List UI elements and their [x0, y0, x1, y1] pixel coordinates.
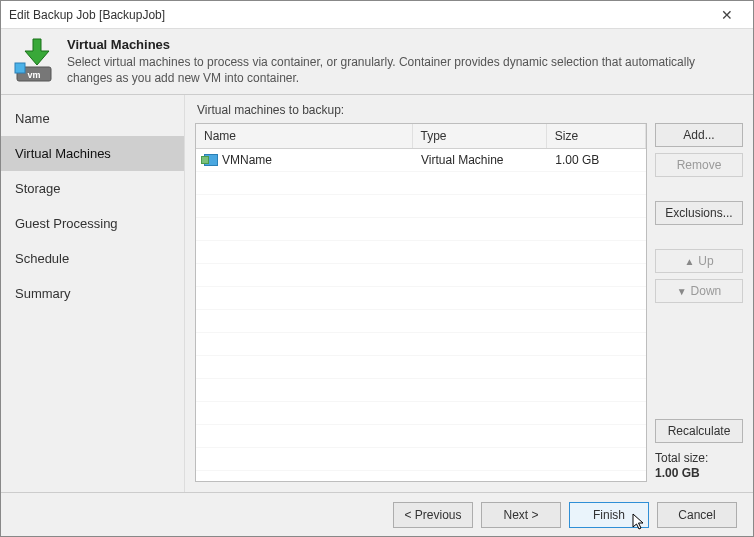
nav-step-name[interactable]: Name — [1, 101, 184, 136]
exclusions-button[interactable]: Exclusions... — [655, 201, 743, 225]
nav-step-storage[interactable]: Storage — [1, 171, 184, 206]
vm-icon — [204, 154, 218, 166]
move-down-button[interactable]: ▼ Down — [655, 279, 743, 303]
list-label: Virtual machines to backup: — [197, 103, 743, 117]
next-button[interactable]: Next > — [481, 502, 561, 528]
close-icon[interactable]: ✕ — [709, 7, 745, 23]
wizard-header: vm Virtual Machines Select virtual machi… — [1, 29, 753, 95]
table-row[interactable]: VMName Virtual Machine 1.00 GB — [196, 149, 646, 171]
nav-step-virtual-machines[interactable]: Virtual Machines — [1, 136, 184, 171]
total-size-block: Total size: 1.00 GB — [655, 449, 743, 482]
nav-step-summary[interactable]: Summary — [1, 276, 184, 311]
svg-rect-2 — [15, 63, 25, 73]
move-up-button[interactable]: ▲ Up — [655, 249, 743, 273]
wizard-footer: < Previous Next > Finish Cancel — [1, 492, 753, 536]
col-type[interactable]: Type — [413, 124, 547, 148]
cell-size: 1.00 GB — [547, 153, 646, 167]
vm-download-icon: vm — [13, 37, 61, 85]
dialog-window: Edit Backup Job [BackupJob] ✕ vm Virtual… — [0, 0, 754, 537]
total-size-label: Total size: — [655, 451, 743, 467]
nav-step-guest-processing[interactable]: Guest Processing — [1, 206, 184, 241]
cell-name: VMName — [222, 153, 272, 167]
header-description: Select virtual machines to process via c… — [67, 54, 707, 86]
total-size-value: 1.00 GB — [655, 466, 743, 482]
col-size[interactable]: Size — [547, 124, 646, 148]
arrow-up-icon: ▲ — [684, 256, 694, 267]
svg-text:vm: vm — [27, 70, 40, 80]
header-title: Virtual Machines — [67, 37, 707, 52]
nav-step-schedule[interactable]: Schedule — [1, 241, 184, 276]
wizard-nav: Name Virtual Machines Storage Guest Proc… — [1, 95, 185, 492]
previous-button[interactable]: < Previous — [393, 502, 473, 528]
col-name[interactable]: Name — [196, 124, 413, 148]
title-bar: Edit Backup Job [BackupJob] ✕ — [1, 1, 753, 29]
cell-type: Virtual Machine — [413, 153, 547, 167]
finish-button[interactable]: Finish — [569, 502, 649, 528]
recalculate-button[interactable]: Recalculate — [655, 419, 743, 443]
vm-grid[interactable]: Name Type Size VMName Virtual Machine 1.… — [195, 123, 647, 482]
window-title: Edit Backup Job [BackupJob] — [9, 8, 165, 22]
add-button[interactable]: Add... — [655, 123, 743, 147]
remove-button[interactable]: Remove — [655, 153, 743, 177]
arrow-down-icon: ▼ — [677, 286, 687, 297]
grid-header: Name Type Size — [196, 124, 646, 149]
cancel-button[interactable]: Cancel — [657, 502, 737, 528]
